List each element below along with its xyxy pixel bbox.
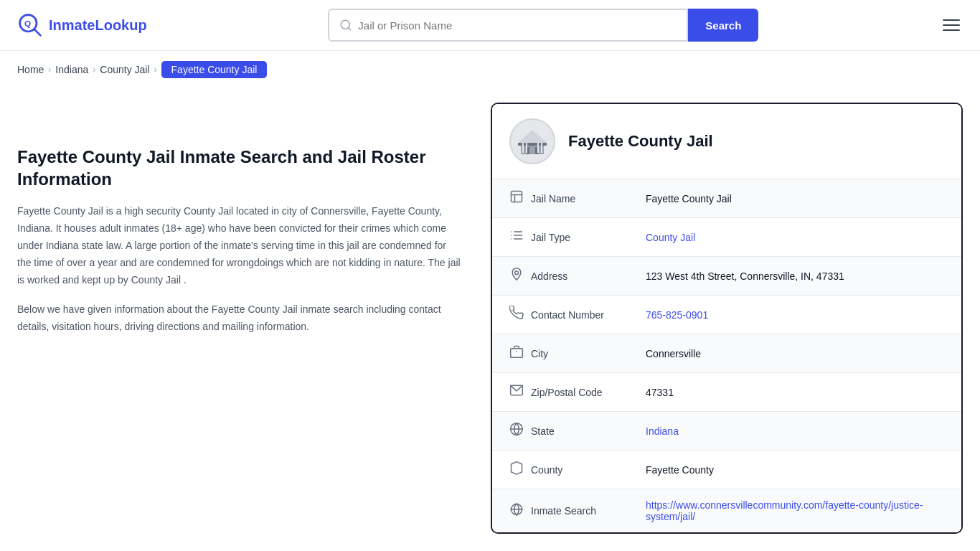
card-title: Fayette County Jail: [568, 132, 713, 151]
phone-icon: [509, 306, 531, 324]
page-title: Fayette County Jail Inmate Search and Ja…: [17, 146, 462, 190]
row-label: Jail Type: [531, 232, 646, 243]
logo-text: InmateLookup: [49, 17, 147, 34]
svg-text:Q: Q: [24, 19, 31, 28]
table-row: CountyFayette County: [492, 451, 961, 489]
search-icon: [339, 19, 352, 32]
list-icon: [509, 228, 531, 246]
logo-icon: Q: [17, 12, 43, 38]
row-value: Connersville: [646, 348, 701, 359]
table-row: Zip/Postal Code47331: [492, 373, 961, 412]
row-label: Contact Number: [531, 309, 646, 321]
breadcrumb-county-jail[interactable]: County Jail: [100, 64, 149, 75]
svg-marker-7: [518, 130, 547, 143]
table-row: Jail TypeCounty Jail: [492, 218, 961, 257]
row-link[interactable]: https://www.connersvillecommunity.com/fa…: [646, 499, 923, 522]
svg-rect-14: [541, 143, 542, 153]
breadcrumb-chevron-3: ›: [154, 65, 157, 75]
county-icon: [509, 461, 531, 479]
search-icon: [509, 502, 531, 520]
left-column: Fayette County Jail Inmate Search and Ja…: [17, 103, 462, 534]
row-value[interactable]: Indiana: [646, 425, 679, 437]
search-area: Search: [328, 9, 758, 42]
logo[interactable]: Q InmateLookup: [17, 12, 147, 38]
row-value: 47331: [646, 387, 674, 398]
table-row: Inmate Searchhttps://www.connersvillecom…: [492, 489, 961, 532]
svg-rect-12: [526, 143, 527, 153]
svg-rect-11: [522, 143, 524, 153]
city-icon: [509, 344, 531, 362]
info-table: Jail NameFayette County JailJail TypeCou…: [492, 179, 961, 532]
row-value: 123 West 4th Street, Connersville, IN, 4…: [646, 270, 844, 282]
table-row: Address123 West 4th Street, Connersville…: [492, 257, 961, 296]
table-row: Jail NameFayette County Jail: [492, 179, 961, 218]
svg-line-1: [34, 29, 40, 35]
hamburger-line-3: [943, 29, 960, 31]
card-header: Fayette County Jail: [492, 104, 961, 179]
row-value: Fayette County Jail: [646, 193, 732, 204]
page-description-1: Fayette County Jail is a high security C…: [17, 203, 462, 288]
row-value[interactable]: https://www.connersvillecommunity.com/fa…: [646, 499, 944, 522]
jail-icon: [509, 189, 531, 207]
search-input[interactable]: [358, 19, 677, 32]
globe-icon: [509, 422, 531, 440]
zip-icon: [509, 383, 531, 401]
row-label: State: [531, 425, 646, 437]
svg-marker-30: [512, 462, 522, 475]
table-row: StateIndiana: [492, 412, 961, 451]
svg-rect-13: [537, 143, 539, 153]
row-link[interactable]: Indiana: [646, 425, 679, 437]
svg-rect-25: [511, 349, 523, 358]
row-link[interactable]: 765-825-0901: [646, 309, 708, 321]
hamburger-line-1: [943, 19, 960, 21]
search-button[interactable]: Search: [688, 9, 758, 42]
main-content: Fayette County Jail Inmate Search and Ja…: [0, 88, 980, 551]
location-icon: [509, 267, 531, 285]
svg-line-4: [349, 27, 351, 29]
header: Q InmateLookup Search: [0, 0, 980, 51]
row-label: Address: [531, 270, 646, 282]
row-label: Inmate Search: [531, 505, 646, 517]
breadcrumb: Home › Indiana › County Jail › Fayette C…: [0, 51, 980, 88]
table-row: Contact Number765-825-0901: [492, 296, 961, 334]
right-column: Fayette County Jail Jail NameFayette Cou…: [491, 103, 963, 534]
svg-point-24: [515, 271, 519, 275]
breadcrumb-home[interactable]: Home: [17, 64, 44, 75]
row-label: City: [531, 348, 646, 359]
hamburger-menu[interactable]: [940, 17, 963, 34]
breadcrumb-indiana[interactable]: Indiana: [55, 64, 88, 75]
svg-rect-10: [529, 149, 535, 154]
row-value: Fayette County: [646, 464, 714, 476]
row-link[interactable]: County Jail: [646, 232, 695, 243]
info-card: Fayette County Jail Jail NameFayette Cou…: [491, 103, 963, 534]
hamburger-line-2: [943, 24, 960, 26]
jail-image: [509, 118, 555, 164]
svg-rect-15: [512, 192, 522, 202]
row-value[interactable]: 765-825-0901: [646, 309, 708, 321]
row-value[interactable]: County Jail: [646, 232, 695, 243]
table-row: CityConnersville: [492, 334, 961, 373]
row-label: Zip/Postal Code: [531, 387, 646, 398]
courthouse-icon: [515, 124, 550, 159]
row-label: County: [531, 464, 646, 476]
row-label: Jail Name: [531, 193, 646, 204]
breadcrumb-active: Fayette County Jail: [161, 61, 268, 78]
breadcrumb-chevron-2: ›: [93, 65, 95, 75]
breadcrumb-chevron-1: ›: [48, 65, 51, 75]
search-wrapper: [328, 9, 688, 42]
page-description-2: Below we have given information about th…: [17, 301, 462, 336]
